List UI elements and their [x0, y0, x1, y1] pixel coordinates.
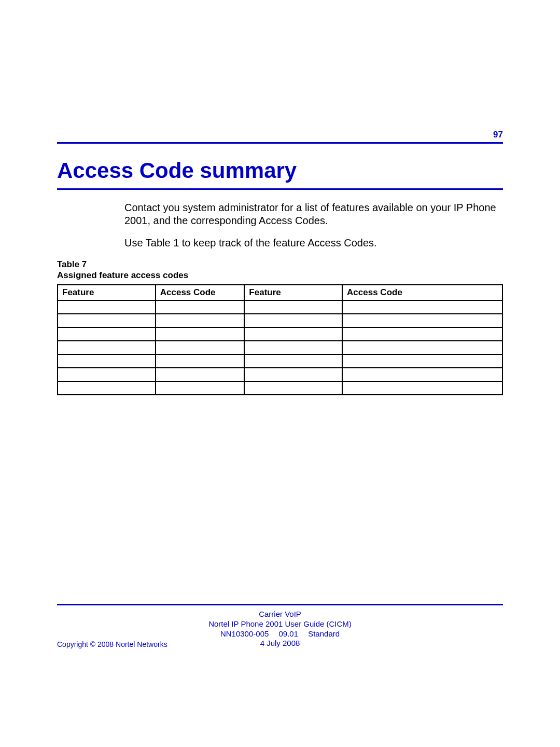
- footer-line-1: Carrier VoIP: [57, 610, 503, 619]
- heading-rule: [57, 188, 503, 190]
- table-row: [58, 368, 502, 381]
- page-footer: Carrier VoIP Nortel IP Phone 2001 User G…: [57, 604, 503, 648]
- col-header-feature-1: Feature: [58, 285, 156, 300]
- footer-line-3: NN10300-005 09.01 Standard: [57, 629, 503, 639]
- footer-rule: [57, 604, 503, 605]
- body-paragraph-1: Contact you system administrator for a l…: [124, 201, 503, 227]
- page-heading: Access Code summary: [57, 158, 503, 188]
- top-rule: [57, 142, 503, 144]
- table-row: [58, 314, 502, 327]
- footer-line-2: Nortel IP Phone 2001 User Guide (CICM): [57, 619, 503, 629]
- col-header-accesscode-1: Access Code: [156, 285, 245, 300]
- table-row: [58, 381, 502, 395]
- page-number: 97: [57, 130, 503, 142]
- table-header-row: Feature Access Code Feature Access Code: [58, 285, 502, 300]
- table-row: [58, 300, 502, 314]
- col-header-feature-2: Feature: [244, 285, 342, 300]
- table-title: Assigned feature access codes: [57, 270, 188, 280]
- table-caption: Table 7 Assigned feature access codes: [57, 259, 503, 281]
- table-row: [58, 327, 502, 341]
- table-row: [58, 341, 502, 354]
- table-label: Table 7: [57, 259, 87, 269]
- body-paragraph-2: Use Table 1 to keep track of the feature…: [124, 237, 503, 250]
- access-codes-table: Feature Access Code Feature Access Code: [57, 284, 503, 395]
- table-row: [58, 354, 502, 368]
- col-header-accesscode-2: Access Code: [342, 285, 502, 300]
